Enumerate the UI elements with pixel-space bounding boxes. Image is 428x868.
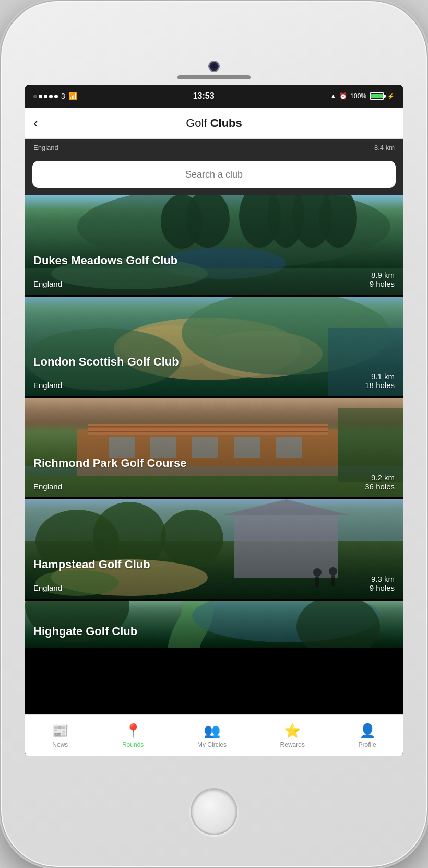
card-content: Dukes Meadows Golf Club England 8.9 km 9…: [25, 248, 403, 295]
card-content: London Scottish Golf Club England 9.1 km…: [25, 349, 403, 396]
rewards-icon: ⭐: [284, 723, 301, 739]
tab-rounds-label: Rounds: [122, 741, 144, 748]
signal-dots: [33, 95, 58, 98]
club-holes-dukes: 9 holes: [370, 279, 395, 288]
status-time: 13:53: [193, 91, 215, 101]
battery-indicator: [370, 92, 384, 100]
charging-icon: ⚡: [387, 93, 395, 100]
battery-label: 100%: [350, 92, 366, 100]
club-card-london[interactable]: London Scottish Golf Club England 9.1 km…: [25, 297, 403, 396]
club-holes-richmond: 36 holes: [365, 482, 395, 491]
club-name-dukes: Dukes Meadows Golf Club: [33, 254, 395, 267]
home-button[interactable]: [191, 788, 237, 835]
signal-dot-3: [44, 95, 47, 98]
partial-top-card: England 8.4 km: [25, 139, 403, 156]
tab-bar: 📰 News 📍 Rounds 👥 My Circles ⭐ Rewards 👤: [25, 714, 403, 756]
signal-dot-5: [54, 95, 58, 98]
tab-news-label: News: [52, 741, 68, 748]
circles-icon: 👥: [204, 723, 220, 739]
club-country-london: England: [33, 381, 62, 390]
tab-rounds[interactable]: 📍 Rounds: [116, 719, 150, 753]
card-content: Hampstead Golf Club England 9.3 km 9 hol…: [25, 552, 403, 599]
scroll-content[interactable]: England 8.4 km: [25, 139, 403, 714]
club-name-highgate: Highgate Golf Club: [33, 625, 395, 638]
phone-top: [1, 1, 427, 85]
search-container: [25, 156, 403, 195]
tab-rewards[interactable]: ⭐ Rewards: [274, 719, 311, 753]
search-input[interactable]: [32, 169, 396, 180]
title-bold: Clubs: [210, 116, 242, 130]
search-bar[interactable]: [32, 161, 396, 188]
club-right-london: 9.1 km 18 holes: [365, 372, 395, 390]
club-country-dukes: England: [33, 279, 62, 288]
club-name-richmond: Richmond Park Golf Course: [33, 456, 395, 470]
club-distance-hampstead: 9.3 km: [370, 574, 395, 583]
club-meta: England 8.9 km 9 holes: [33, 271, 395, 288]
card-content: Highgate Golf Club: [25, 618, 403, 648]
club-name-london: London Scottish Golf Club: [33, 355, 395, 369]
signal-dot-2: [39, 95, 42, 98]
back-arrow-icon: ‹: [33, 115, 38, 131]
alarm-icon: ⏰: [339, 92, 347, 100]
status-bar: 3 📶 13:53 ▲ ⏰ 100% ⚡: [25, 85, 403, 108]
partial-country: England: [33, 144, 58, 151]
club-card-richmond[interactable]: Richmond Park Golf Course England 9.2 km…: [25, 398, 403, 497]
carrier-label: 3: [61, 92, 65, 100]
club-distance-dukes: 8.9 km: [370, 271, 395, 279]
partial-distance: 8.4 km: [374, 144, 395, 151]
club-card-hampstead[interactable]: Hampstead Golf Club England 9.3 km 9 hol…: [25, 499, 403, 599]
status-left: 3 📶: [33, 92, 77, 100]
news-icon: 📰: [52, 723, 68, 739]
tab-circles[interactable]: 👥 My Circles: [191, 719, 233, 753]
club-country-hampstead: England: [33, 583, 62, 592]
club-card-highgate[interactable]: Highgate Golf Club: [25, 601, 403, 648]
club-country-richmond: England: [33, 482, 62, 491]
status-right: ▲ ⏰ 100% ⚡: [330, 92, 395, 100]
club-holes-hampstead: 9 holes: [370, 583, 395, 592]
location-icon: ▲: [330, 92, 336, 100]
club-meta: England 9.1 km 18 holes: [33, 372, 395, 390]
phone-bottom: [191, 756, 237, 867]
profile-icon: 👤: [359, 723, 376, 739]
club-holes-london: 18 holes: [365, 381, 395, 390]
club-meta: England 9.2 km 36 holes: [33, 473, 395, 491]
club-card-dukes[interactable]: Dukes Meadows Golf Club England 8.9 km 9…: [25, 195, 403, 295]
tab-circles-label: My Circles: [197, 741, 227, 748]
signal-dot-4: [49, 95, 53, 98]
club-name-hampstead: Hampstead Golf Club: [33, 558, 395, 571]
battery-fill: [371, 94, 383, 98]
nav-header: ‹ Golf Clubs: [25, 108, 403, 139]
title-normal: Golf: [186, 116, 210, 130]
tab-news[interactable]: 📰 News: [45, 719, 75, 753]
phone-frame: 3 📶 13:53 ▲ ⏰ 100% ⚡ ‹: [0, 0, 428, 868]
app-content: ‹ Golf Clubs England 8.4 km: [25, 108, 403, 756]
club-right-hampstead: 9.3 km 9 holes: [370, 574, 395, 592]
card-content: Richmond Park Golf Course England 9.2 km…: [25, 450, 403, 497]
tab-profile[interactable]: 👤 Profile: [352, 719, 383, 753]
phone-screen: 3 📶 13:53 ▲ ⏰ 100% ⚡ ‹: [25, 85, 403, 756]
club-distance-richmond: 9.2 km: [365, 473, 395, 482]
camera: [209, 62, 219, 71]
tab-rewards-label: Rewards: [280, 741, 305, 748]
club-right-richmond: 9.2 km 36 holes: [365, 473, 395, 491]
club-distance-london: 9.1 km: [365, 372, 395, 381]
tab-profile-label: Profile: [359, 741, 376, 748]
wifi-icon: 📶: [68, 92, 77, 100]
page-title: Golf Clubs: [186, 116, 242, 130]
rounds-icon: 📍: [125, 723, 141, 739]
club-right-dukes: 8.9 km 9 holes: [370, 271, 395, 288]
back-button[interactable]: ‹: [33, 115, 38, 131]
speaker: [177, 75, 251, 79]
signal-dot-1: [33, 95, 37, 98]
club-meta: England 9.3 km 9 holes: [33, 574, 395, 592]
